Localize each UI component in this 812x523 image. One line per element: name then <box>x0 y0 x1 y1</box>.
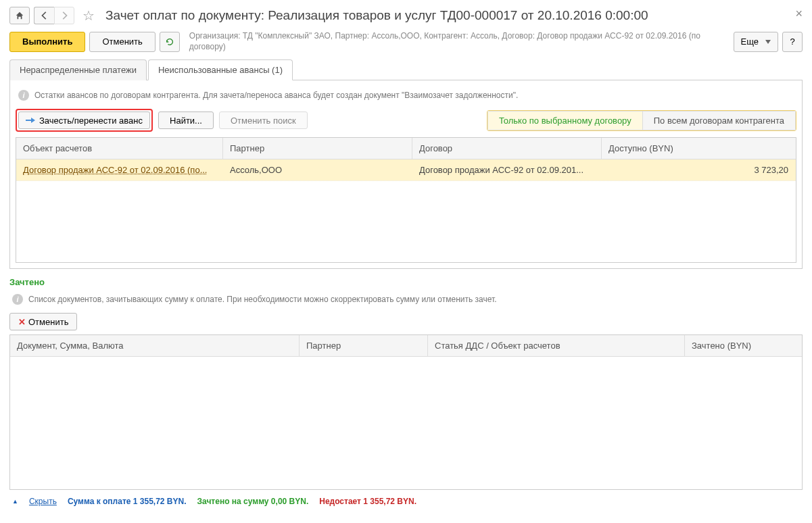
nav-group <box>34 7 74 24</box>
cancel-search-button: Отменить поиск <box>219 111 308 129</box>
help-button[interactable]: ? <box>782 32 803 52</box>
tab-content: i Остатки авансов по договорам контраген… <box>9 80 803 269</box>
transfer-advance-label: Зачесть/перенести аванс <box>39 116 143 126</box>
execute-button[interactable]: Выполнить <box>9 32 85 52</box>
page-title: Зачет оплат по документу: Реализация тов… <box>105 8 648 23</box>
triangle-up-icon: ▲ <box>12 498 18 505</box>
offset-info-line: i Список документов, зачитывающих сумму … <box>9 290 803 309</box>
offset-info-text: Список документов, зачитывающих сумму к … <box>28 295 497 304</box>
cancel-button[interactable]: Отменить <box>89 32 155 52</box>
arrow-right-blue-icon <box>26 116 35 124</box>
transfer-advance-button[interactable]: Зачесть/перенести аванс <box>18 111 150 129</box>
close-button[interactable]: × <box>795 7 803 21</box>
advances-col-amount[interactable]: Доступно (BYN) <box>602 138 796 159</box>
offset-col-dds[interactable]: Статья ДДС / Объект расчетов <box>428 335 685 356</box>
forward-button[interactable] <box>54 7 74 24</box>
contract-filter-toggle: Только по выбранному договору По всем до… <box>487 110 796 131</box>
highlight-frame: Зачесть/перенести аванс <box>16 109 153 132</box>
more-button[interactable]: Еще <box>734 32 778 52</box>
back-button[interactable] <box>34 7 54 24</box>
offset-section-label: Зачтено <box>9 277 803 287</box>
filter-selected-contract[interactable]: Только по выбранному договору <box>487 111 642 130</box>
offset-cancel-button[interactable]: ✕ Отменить <box>9 313 77 330</box>
offset-table: Документ, Сумма, Валюта Партнер Статья Д… <box>9 334 803 490</box>
star-icon[interactable]: ☆ <box>78 7 99 24</box>
offset-col-amount[interactable]: Зачтено (BYN) <box>685 335 802 356</box>
tabs: Нераспределенные платежи Неиспользованны… <box>9 59 803 80</box>
info-icon: i <box>12 294 23 305</box>
chevron-down-icon <box>765 40 771 44</box>
tab-undistributed[interactable]: Нераспределенные платежи <box>9 59 147 80</box>
footer-missing: Недостает 1 355,72 BYN. <box>319 497 416 506</box>
cancel-x-icon: ✕ <box>18 317 26 327</box>
advances-col-partner[interactable]: Партнер <box>223 138 412 159</box>
info-icon: i <box>18 90 29 101</box>
offset-cancel-label: Отменить <box>28 317 68 327</box>
cell-object: Договор продажи АСС-92 от 02.09.2016 (по… <box>16 159 223 180</box>
find-button[interactable]: Найти... <box>158 111 214 129</box>
cell-contract: Договор продажи АСС-92 от 02.09.201... <box>412 159 602 180</box>
hide-link[interactable]: Скрыть <box>29 497 57 506</box>
offset-col-doc[interactable]: Документ, Сумма, Валюта <box>10 335 300 356</box>
cell-amount: 3 723,20 <box>602 159 796 180</box>
advances-info-line: i Остатки авансов по договорам контраген… <box>16 86 796 105</box>
advances-col-object[interactable]: Объект расчетов <box>16 138 223 159</box>
footer-offset: Зачтено на сумму 0,00 BYN. <box>197 497 309 506</box>
footer-to-pay: Сумма к оплате 1 355,72 BYN. <box>68 497 187 506</box>
cell-partner: Ассоль,ООО <box>223 159 412 180</box>
home-button[interactable] <box>9 7 30 24</box>
table-row[interactable]: Договор продажи АСС-92 от 02.09.2016 (по… <box>16 159 796 181</box>
home-icon <box>15 11 24 20</box>
tab-unused-advances[interactable]: Неиспользованные авансы (1) <box>148 59 293 80</box>
arrow-left-icon <box>40 11 49 20</box>
org-info: Организация: ТД "Комплексный" ЗАО, Партн… <box>189 31 730 52</box>
refresh-button[interactable] <box>160 32 180 52</box>
refresh-icon <box>165 37 174 47</box>
arrow-right-icon <box>59 11 69 20</box>
footer-status: ▲ Скрыть Сумма к оплате 1 355,72 BYN. За… <box>9 490 803 506</box>
offset-col-partner[interactable]: Партнер <box>300 335 428 356</box>
filter-all-contracts[interactable]: По всем договорам контрагента <box>642 111 796 130</box>
advances-col-contract[interactable]: Договор <box>412 138 602 159</box>
advances-info-text: Остатки авансов по договорам контрагента… <box>34 91 518 100</box>
more-label: Еще <box>741 36 759 47</box>
advances-table: Объект расчетов Партнер Договор Доступно… <box>16 137 796 263</box>
